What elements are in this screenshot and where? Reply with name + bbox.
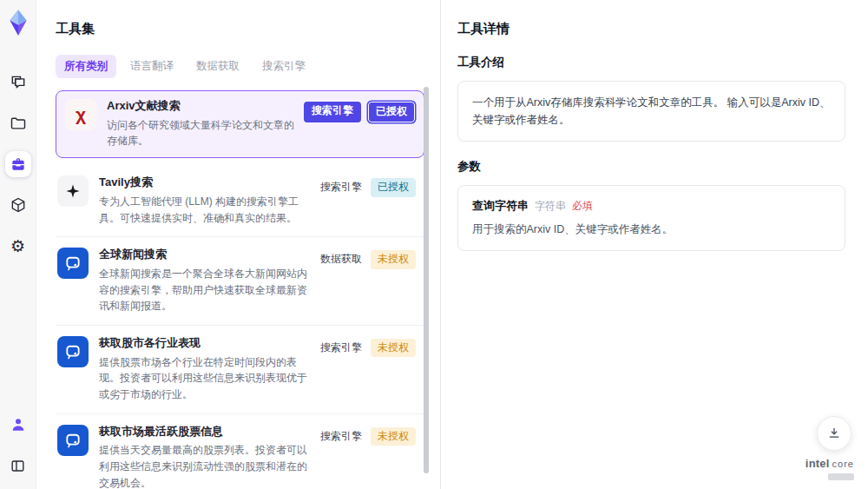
tool-description: 访问各个研究领域大量科学论文和文章的存储库。: [107, 117, 295, 149]
tool-title: 获取市场最活跃股票信息: [99, 425, 310, 439]
tool-title: 获取股市各行业表现: [99, 336, 310, 351]
package-icon[interactable]: [5, 192, 31, 218]
tool-title: 全球新闻搜索: [99, 248, 310, 262]
collapse-panel-icon[interactable]: [5, 453, 31, 479]
tool-list-item[interactable]: 获取股市各行业表现提供股票市场各个行业在特定时间段内的表现。投资者可以利用这些信…: [56, 326, 424, 414]
auth-badge: 已授权: [368, 102, 415, 122]
tool-title: Tavily搜索: [99, 175, 310, 190]
download-icon: [826, 426, 842, 441]
tool-list: χArxiv文献搜索访问各个研究领域大量科学论文和文章的存储库。搜索引擎已授权T…: [56, 90, 424, 489]
tab-all[interactable]: 所有类别: [56, 55, 116, 78]
tool-list-item[interactable]: 全球新闻搜索全球新闻搜索是一个聚合全球各大新闻网站内容的搜索引擎，帮助用户快速获…: [56, 237, 424, 326]
category-badge: 搜索引擎: [304, 102, 361, 122]
auth-badge: 未授权: [371, 427, 416, 446]
brand-intel: intel: [806, 457, 830, 470]
tool-list-item[interactable]: 获取市场最活跃股票信息提供当天交易量最高的股票列表。投资者可以利用这些信息来识别…: [56, 414, 424, 489]
arxiv-chi-icon: χ: [65, 99, 96, 130]
tool-description: 全球新闻搜索是一个聚合全球各大新闻网站内容的搜索引擎，帮助用户快速获取全球最新资…: [99, 266, 310, 314]
param-description: 用于搜索的Arxiv ID、关键字或作者姓名。: [472, 221, 831, 238]
brand-tier-badge: [828, 473, 854, 480]
category-badge: 搜索引擎: [319, 178, 364, 197]
page-title: 工具集: [56, 21, 424, 37]
toolbox-icon[interactable]: [5, 151, 31, 177]
category-badge: 数据获取: [319, 250, 364, 269]
auth-badge: 未授权: [371, 339, 416, 358]
intro-text: 一个用于从Arxiv存储库搜索科学论文和文章的工具。 输入可以是Arxiv ID…: [472, 94, 831, 129]
tool-list-item[interactable]: χArxiv文献搜索访问各个研究领域大量科学论文和文章的存储库。搜索引擎已授权: [56, 90, 424, 158]
tab-data[interactable]: 数据获取: [187, 55, 248, 78]
params-heading: 参数: [457, 159, 845, 175]
param-required-badge: 必填: [572, 199, 593, 214]
param-card: 查询字符串 字符串 必填 用于搜索的Arxiv ID、关键字或作者姓名。: [457, 185, 845, 251]
settings-gear-icon[interactable]: ⚙: [5, 233, 31, 259]
download-button[interactable]: [817, 416, 852, 451]
tool-description: 提供当天交易量最高的股票列表。投资者可以利用这些信息来识别流动性强的股票和潜在的…: [99, 442, 310, 489]
news-bubble-icon: [57, 336, 89, 367]
scrollbar[interactable]: [424, 87, 429, 473]
tool-description: 提供股票市场各个行业在特定时间段内的表现。投资者可以利用这些信息来识别表现优于或…: [99, 354, 310, 403]
intro-heading: 工具介绍: [457, 55, 845, 70]
app-logo: [6, 9, 30, 36]
category-badge: 搜索引擎: [319, 427, 364, 446]
auth-badge: 已授权: [371, 178, 416, 197]
tool-detail-panel: 工具详情 工具介绍 一个用于从Arxiv存储库搜索科学论文和文章的工具。 输入可…: [442, 0, 868, 489]
auth-badge: 未授权: [371, 250, 416, 269]
news-bubble-icon: [57, 425, 89, 456]
news-bubble-icon: [57, 248, 89, 279]
intel-core-logo: intelcore: [806, 455, 854, 480]
tool-title: Arxiv文献搜索: [107, 99, 295, 114]
user-avatar-icon[interactable]: [5, 412, 31, 438]
tool-list-panel: 工具集 所有类别语言翻译数据获取搜索引擎 χArxiv文献搜索访问各个研究领域大…: [36, 0, 441, 489]
chat-icon[interactable]: [5, 69, 31, 96]
param-type: 字符串: [535, 199, 566, 214]
category-badge: 搜索引擎: [319, 339, 364, 358]
param-name: 查询字符串: [472, 198, 529, 214]
tab-search[interactable]: 搜索引擎: [253, 55, 314, 78]
intro-card: 一个用于从Arxiv存储库搜索科学论文和文章的工具。 输入可以是Arxiv ID…: [457, 81, 845, 142]
tool-description: 专为人工智能代理 (LLM) 构建的搜索引擎工具。可快速提供实时、准确和真实的结…: [99, 194, 310, 226]
detail-title: 工具详情: [457, 21, 845, 37]
brand-core: core: [832, 459, 854, 469]
tool-list-item[interactable]: Tavily搜索专为人工智能代理 (LLM) 构建的搜索引擎工具。可快速提供实时…: [56, 165, 424, 237]
tab-translate[interactable]: 语言翻译: [122, 55, 182, 78]
category-tabs: 所有类别语言翻译数据获取搜索引擎: [56, 55, 424, 78]
tavily-star-icon: [57, 175, 89, 207]
left-rail: ⚙: [0, 0, 36, 489]
folder-icon[interactable]: [5, 110, 31, 136]
